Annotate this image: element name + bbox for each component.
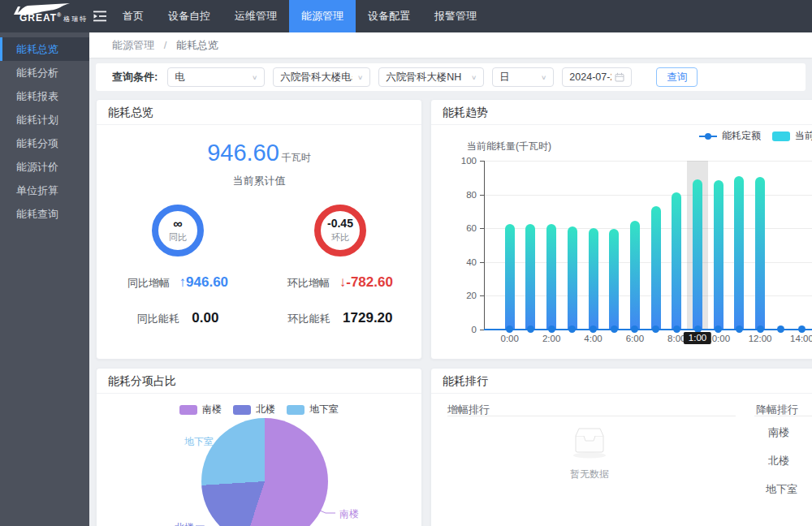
nav-item-energy[interactable]: 能源管理 bbox=[289, 0, 356, 32]
overview-card-title: 能耗总览 bbox=[97, 100, 421, 125]
mom-growth-label: 环比增幅 bbox=[287, 277, 330, 289]
search-button[interactable]: 查询 bbox=[656, 67, 698, 87]
y-axis-label: 60 bbox=[452, 223, 477, 233]
total-energy-value: 946.60 bbox=[207, 140, 279, 166]
energy-bar[interactable] bbox=[589, 228, 598, 330]
period-value: 日 bbox=[499, 71, 536, 84]
energy-ranking-card: 能耗排行 增幅排行 暂无数据 降幅排行 南楼 北楼 地下室 bbox=[430, 368, 812, 526]
arrow-up-icon: ↑ bbox=[179, 274, 187, 290]
legend-bar-label[interactable]: 当前能耗 bbox=[795, 129, 812, 143]
y-axis-label: 0 bbox=[452, 325, 477, 334]
mom-energy-label: 环比能耗 bbox=[287, 313, 330, 325]
nav-item-alarm[interactable]: 报警管理 bbox=[422, 0, 489, 32]
date-picker[interactable]: 2024-07-22 bbox=[562, 67, 632, 87]
sidebar-item-energy-report[interactable]: 能耗报表 bbox=[0, 84, 89, 108]
breadcrumb-section[interactable]: 能源管理 bbox=[112, 39, 154, 51]
legend-basement[interactable]: 地下室 bbox=[287, 403, 339, 416]
x-axis-label: 2:00 bbox=[542, 334, 560, 343]
swatch-icon bbox=[179, 405, 197, 415]
quota-point[interactable] bbox=[757, 326, 764, 333]
quota-point[interactable] bbox=[527, 326, 534, 333]
yoy-growth-label: 同比增幅 bbox=[127, 277, 170, 289]
ranking-item-north[interactable]: 北楼 bbox=[768, 454, 789, 468]
quota-point[interactable] bbox=[590, 326, 597, 333]
quota-point[interactable] bbox=[673, 326, 680, 333]
quota-point[interactable] bbox=[798, 326, 806, 333]
energy-bar[interactable] bbox=[651, 206, 661, 330]
quota-point[interactable] bbox=[777, 326, 784, 333]
pie-chart[interactable] bbox=[201, 418, 328, 526]
axis-pointer-label: 1:00 bbox=[684, 332, 711, 344]
sidebar-item-energy-pricing[interactable]: 能源计价 bbox=[0, 155, 89, 179]
quota-point[interactable] bbox=[611, 326, 618, 333]
legend-south-building[interactable]: 南楼 bbox=[179, 403, 222, 416]
y-axis-label: 100 bbox=[452, 156, 477, 166]
line-series-marker-icon bbox=[699, 136, 717, 137]
quota-point[interactable] bbox=[548, 326, 555, 333]
mom-energy-value: 1729.20 bbox=[343, 310, 392, 326]
yoy-ring-label: 同比 bbox=[169, 231, 187, 244]
sidebar-item-energy-analysis[interactable]: 能耗分析 bbox=[0, 61, 89, 84]
swatch-icon bbox=[287, 405, 304, 415]
nav-item-ops[interactable]: 运维管理 bbox=[222, 0, 289, 32]
sidebar: 能耗总览 能耗分析 能耗报表 能耗计划 能耗分项 能源计价 单位折算 能耗查询 bbox=[0, 32, 89, 526]
nav-item-device-auto[interactable]: 设备自控 bbox=[156, 0, 222, 32]
y-axis-label: 20 bbox=[452, 291, 477, 300]
nav-item-device-config[interactable]: 设备配置 bbox=[356, 0, 422, 32]
energy-bar[interactable] bbox=[693, 179, 702, 330]
yoy-column: ∞ 同比 同比增幅 ↑946.60 同比能耗 0.00 bbox=[97, 205, 259, 326]
ranking-item-south[interactable]: 南楼 bbox=[768, 425, 789, 440]
bar-series-marker-icon bbox=[772, 132, 790, 141]
quota-point[interactable] bbox=[736, 326, 743, 333]
energy-bar[interactable] bbox=[546, 224, 556, 330]
ranking-item-basement[interactable]: 地下室 bbox=[766, 482, 797, 497]
mom-ring: -0.45 环比 bbox=[314, 205, 366, 257]
main-content: 能源管理 / 能耗总览 查询条件: 电 ∨ 六院骨科大楼电表 ∨ 六院骨科大楼N… bbox=[89, 32, 812, 526]
yoy-ring: ∞ 同比 bbox=[152, 205, 204, 257]
mom-ring-value: -0.45 bbox=[327, 218, 353, 230]
chevron-down-icon: ∨ bbox=[357, 74, 363, 81]
brand-logo: GREAT®格瑞特 bbox=[0, 0, 89, 32]
y-axis-label: 80 bbox=[452, 190, 477, 200]
mom-ring-label: 环比 bbox=[331, 231, 349, 244]
breadcrumb-page: 能耗总览 bbox=[176, 39, 218, 51]
sidebar-item-energy-search[interactable]: 能耗查询 bbox=[0, 202, 89, 226]
nav-item-home[interactable]: 首页 bbox=[110, 0, 156, 32]
energy-bar[interactable] bbox=[568, 226, 577, 330]
sidebar-item-unit-conversion[interactable]: 单位折算 bbox=[0, 179, 89, 202]
energy-bar[interactable] bbox=[755, 177, 765, 330]
period-select[interactable]: 日 ∨ bbox=[492, 67, 554, 87]
legend-line-label[interactable]: 能耗定额 bbox=[722, 129, 761, 143]
sidebar-fold-icon[interactable] bbox=[89, 0, 110, 32]
pie-label-basement: 地下室 bbox=[184, 435, 214, 449]
sidebar-item-energy-breakdown[interactable]: 能耗分项 bbox=[0, 132, 89, 155]
y-axis-label: 40 bbox=[452, 257, 477, 267]
energy-type-value: 电 bbox=[175, 71, 247, 84]
quota-point[interactable] bbox=[631, 326, 638, 333]
energy-bar[interactable] bbox=[672, 192, 681, 330]
sidebar-item-energy-overview[interactable]: 能耗总览 bbox=[0, 37, 89, 61]
meter-select[interactable]: 六院骨科大楼电表 ∨ bbox=[273, 67, 370, 87]
energy-bar[interactable] bbox=[505, 224, 515, 330]
trend-chart-plot[interactable]: 0204060801000:002:004:006:008:0010:0012:… bbox=[484, 161, 812, 330]
quota-point[interactable] bbox=[568, 326, 576, 333]
y-axis-line bbox=[484, 161, 485, 330]
energy-overview-card: 能耗总览 946.60千瓦时 当前累计值 ∞ 同比 同比增幅 ↑946.60 同… bbox=[96, 99, 422, 360]
energy-bar[interactable] bbox=[525, 224, 535, 330]
total-energy-unit: 千瓦时 bbox=[282, 152, 311, 163]
energy-bar[interactable] bbox=[630, 221, 640, 330]
energy-bar[interactable] bbox=[609, 229, 619, 330]
pie-legend: 南楼 北楼 地下室 bbox=[97, 403, 421, 416]
device-select[interactable]: 六院骨科大楼NH ∨ bbox=[378, 67, 484, 87]
calendar-icon bbox=[615, 72, 624, 82]
total-energy-caption: 当前累计值 bbox=[97, 174, 421, 188]
legend-north-building[interactable]: 北楼 bbox=[233, 403, 275, 416]
energy-bar[interactable] bbox=[734, 176, 744, 330]
empty-box-icon bbox=[566, 422, 613, 459]
energy-type-select[interactable]: 电 ∨ bbox=[167, 67, 265, 87]
quota-point[interactable] bbox=[715, 326, 722, 333]
quota-point[interactable] bbox=[652, 326, 659, 333]
energy-bar[interactable] bbox=[714, 180, 723, 330]
quota-point[interactable] bbox=[506, 326, 513, 333]
sidebar-item-energy-plan[interactable]: 能耗计划 bbox=[0, 108, 89, 132]
